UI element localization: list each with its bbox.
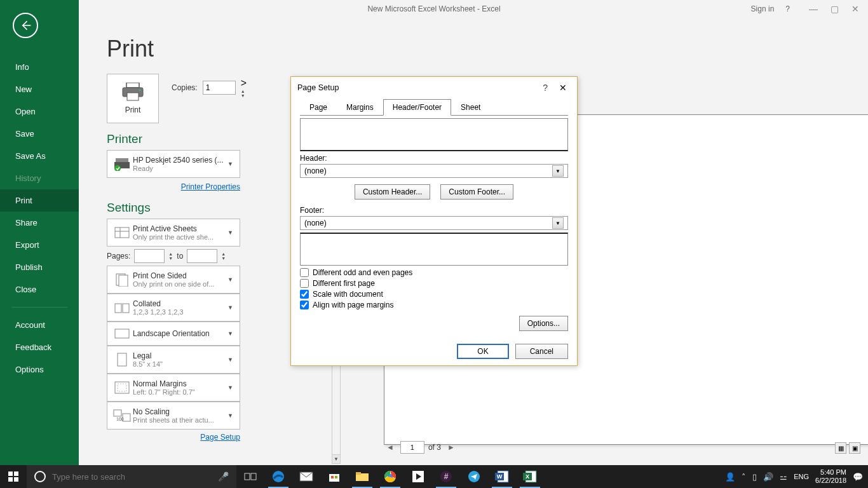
copies-down[interactable]: ▼ — [241, 93, 247, 98]
close-window-button[interactable]: ✕ — [851, 4, 859, 14]
pages-from-down[interactable]: ▼ — [168, 256, 173, 261]
sidebar-item-publish[interactable]: Publish — [0, 256, 79, 278]
sidebar-item-options[interactable]: Options — [0, 358, 79, 381]
margins-selector[interactable]: Normal MarginsLeft: 0.7" Right: 0.7" ▼ — [107, 374, 240, 402]
help-button[interactable]: ? — [785, 4, 790, 13]
tab-header-footer[interactable]: Header/Footer — [383, 99, 451, 116]
footer-select[interactable]: (none) ▼ — [300, 216, 568, 230]
taskbar-edge[interactable] — [264, 465, 292, 488]
show-margins-button[interactable]: ▦ — [835, 442, 846, 454]
chk-first-page[interactable] — [300, 279, 309, 288]
copies-input[interactable] — [203, 81, 236, 95]
chevron-down-icon: ▼ — [225, 276, 236, 283]
paper-size-selector[interactable]: Legal8.5" x 14" ▼ — [107, 346, 240, 374]
page-setup-link[interactable]: Page Setup — [200, 433, 240, 442]
sides-selector[interactable]: Print One SidedOnly print on one side of… — [107, 266, 240, 294]
pages-label: Pages: — [107, 252, 130, 261]
pages-to-up[interactable]: ▲ — [221, 252, 226, 256]
sidebar-item-new[interactable]: New — [0, 78, 79, 100]
copies-up[interactable]: ▲ — [241, 89, 247, 93]
taskbar-word[interactable]: W — [488, 465, 516, 488]
dialog-help-button[interactable]: ? — [535, 83, 555, 93]
custom-footer-button[interactable]: Custom Footer... — [440, 184, 513, 200]
notifications-icon[interactable]: 💬 — [853, 472, 863, 482]
sidebar-item-print[interactable]: Print — [0, 189, 79, 212]
header-select[interactable]: (none) ▼ — [300, 164, 568, 178]
volume-icon[interactable]: 🔊 — [763, 472, 773, 482]
taskbar-search[interactable]: 🎤 — [27, 465, 236, 488]
svg-rect-24 — [14, 477, 18, 482]
next-page-button[interactable]: ► — [445, 443, 458, 452]
chk-align[interactable] — [300, 301, 309, 309]
windows-taskbar: 🎤 # W X 👤 ˄ ▯ 🔊 ⚍ ENG 5:40 PM 6/22/2018 … — [0, 465, 868, 488]
taskbar-store[interactable] — [320, 465, 348, 488]
scaling-icon: 100 — [111, 409, 133, 423]
sidebar-item-info[interactable]: Info — [0, 56, 79, 78]
sidebar-item-save[interactable]: Save — [0, 123, 79, 145]
pages-from-input[interactable] — [134, 249, 165, 263]
task-view-button[interactable] — [236, 465, 264, 488]
printer-selector[interactable]: HP Deskjet 2540 series (... Ready ▼ — [107, 150, 240, 178]
current-page-input[interactable] — [400, 441, 424, 454]
taskbar-chrome[interactable] — [376, 465, 404, 488]
sidebar-item-save-as[interactable]: Save As — [0, 145, 79, 167]
sidebar-item-open[interactable]: Open — [0, 100, 79, 123]
svg-point-3 — [139, 90, 141, 92]
svg-rect-2 — [127, 93, 139, 100]
custom-header-button[interactable]: Custom Header... — [355, 184, 430, 200]
sidebar-item-account[interactable]: Account — [0, 314, 79, 336]
svg-rect-18 — [114, 410, 121, 416]
zoom-to-page-button[interactable]: ▣ — [849, 442, 860, 454]
chevron-down-icon: ▼ — [552, 217, 564, 229]
start-button[interactable] — [0, 465, 27, 488]
orientation-selector[interactable]: Landscape Orientation ▼ — [107, 322, 240, 346]
taskbar-clock[interactable]: 5:40 PM 6/22/2018 — [815, 468, 846, 485]
taskbar-app1[interactable] — [404, 465, 432, 488]
taskbar-excel[interactable]: X — [516, 465, 544, 488]
cancel-button[interactable]: Cancel — [515, 344, 568, 359]
pages-to-down[interactable]: ▼ — [221, 256, 226, 261]
sidebar-item-feedback[interactable]: Feedback — [0, 336, 79, 358]
taskbar-mail[interactable] — [292, 465, 320, 488]
scroll-down-icon[interactable]: ▼ — [332, 454, 340, 463]
sign-in-link[interactable]: Sign in — [751, 4, 775, 13]
landscape-icon — [111, 328, 133, 339]
pages-to-input[interactable] — [187, 249, 217, 263]
print-what-selector[interactable]: Print Active SheetsOnly print the active… — [107, 219, 240, 247]
page-title: Print — [107, 36, 868, 62]
scaling-selector[interactable]: 100 No ScalingPrint sheets at their actu… — [107, 402, 240, 430]
sidebar-item-share[interactable]: Share — [0, 212, 79, 234]
options-button[interactable]: Options... — [519, 316, 568, 331]
prev-page-button[interactable]: ◄ — [384, 443, 397, 452]
preview-navigation: ◄ of 3 ► — [384, 441, 458, 454]
page-setup-dialog: Page Setup ? ✕ Page Margins Header/Foote… — [290, 76, 578, 366]
sidebar-item-export[interactable]: Export — [0, 234, 79, 256]
one-sided-icon — [111, 273, 133, 287]
battery-icon[interactable]: ▯ — [752, 472, 757, 482]
pages-from-up[interactable]: ▲ — [168, 252, 173, 256]
language-indicator[interactable]: ENG — [794, 473, 809, 480]
minimize-button[interactable]: — — [809, 4, 818, 14]
print-button[interactable]: Print — [107, 74, 159, 123]
people-icon[interactable]: 👤 — [725, 472, 735, 482]
chk-scale[interactable] — [300, 290, 309, 299]
chk-odd-even[interactable] — [300, 268, 309, 277]
printer-properties-link[interactable]: Printer Properties — [181, 182, 240, 191]
wifi-icon[interactable]: ⚍ — [780, 472, 787, 482]
ok-button[interactable]: OK — [457, 344, 508, 359]
maximize-button[interactable]: ▢ — [831, 4, 839, 14]
tab-sheet[interactable]: Sheet — [451, 99, 490, 116]
svg-rect-33 — [356, 472, 361, 475]
taskbar-slack[interactable]: # — [432, 465, 460, 488]
tray-chevron-up-icon[interactable]: ˄ — [742, 472, 746, 482]
tab-margins[interactable]: Margins — [337, 99, 383, 116]
mic-icon[interactable]: 🎤 — [218, 471, 229, 482]
dialog-close-button[interactable]: ✕ — [555, 83, 571, 93]
taskbar-telegram[interactable] — [460, 465, 488, 488]
search-input[interactable] — [52, 472, 212, 482]
tab-page[interactable]: Page — [300, 99, 337, 116]
sidebar-item-close[interactable]: Close — [0, 278, 79, 301]
collate-selector[interactable]: Collated1,2,3 1,2,3 1,2,3 ▼ — [107, 294, 240, 322]
taskbar-explorer[interactable] — [348, 465, 376, 488]
back-button[interactable] — [13, 13, 38, 38]
